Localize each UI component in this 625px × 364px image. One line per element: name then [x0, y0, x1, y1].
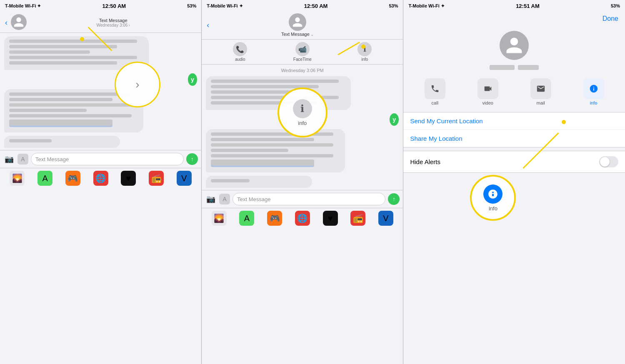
action-video-3[interactable]: video: [478, 78, 498, 105]
battery-2: 53%: [389, 3, 398, 8]
back-button-1[interactable]: ‹: [5, 18, 8, 27]
info-annotation-label-2: info: [298, 120, 307, 126]
date-label-1: Wednesday 3:06 ›: [97, 23, 130, 27]
input-placeholder-2: Text Message: [237, 196, 270, 202]
dock-radio-2[interactable]: 📻: [350, 211, 365, 226]
message-sent-1: y: [4, 73, 197, 86]
text-input-2[interactable]: Text Message: [232, 193, 385, 205]
dock-globe-2[interactable]: 🌐: [295, 211, 310, 226]
info-annotation-label-3: info: [489, 205, 498, 212]
share-location-row[interactable]: Share My Location: [403, 130, 625, 147]
dock-radio-1[interactable]: 📻: [149, 171, 164, 186]
hide-alerts-toggle[interactable]: [599, 156, 618, 167]
nav-center-1: Text Message Wednesday 3:06 ›: [30, 18, 196, 27]
text-message-label-1: Text Message: [99, 18, 128, 23]
annotation-dot-1: [80, 37, 84, 41]
back-button-2[interactable]: ‹: [207, 21, 209, 30]
audio-label: audio: [235, 57, 245, 62]
hide-alerts-row-3: Hide Alerts: [403, 151, 625, 173]
action-mail-3[interactable]: mail: [530, 78, 551, 105]
action-facetime-2[interactable]: 📹 FaceTime: [293, 42, 312, 62]
input-placeholder-1: Text Message: [35, 156, 69, 162]
send-location-row[interactable]: Send My Current Location: [403, 112, 625, 130]
send-button-1[interactable]: ↑: [186, 153, 198, 165]
contact-avatar-3: [500, 31, 529, 60]
action-icons-row-2: 📞 audio 📹 FaceTime ℹ info: [202, 40, 403, 65]
dock-game-1[interactable]: 🎮: [65, 171, 80, 186]
contact-actions-3: call video mail info: [403, 75, 625, 109]
time-2: 12:50 AM: [304, 3, 328, 9]
apps-icon-2[interactable]: A: [219, 194, 230, 204]
carrier-3: T-Mobile Wi-Fi ✦: [408, 3, 445, 9]
nav-center-2: Text Message ⌄: [281, 13, 314, 37]
video-icon-circle-3: [478, 78, 498, 99]
done-button[interactable]: Done: [602, 15, 618, 22]
send-icon-1: ↑: [191, 156, 194, 162]
nav-bar-2: ‹ Text Message ⌄: [202, 12, 403, 40]
dock-globe-1[interactable]: 🌐: [93, 171, 108, 186]
app-dock-2: 🌄 A 🎮 🌐 ♥ 📻 V: [202, 208, 403, 228]
input-bar-1: 📷 A Text Message ↑: [0, 150, 201, 168]
avatar-1: [11, 14, 27, 30]
chevron-right-icon-1: ›: [128, 23, 130, 27]
mail-label-3: mail: [537, 100, 545, 105]
audio-icon-circle: 📞: [233, 42, 247, 56]
dock-venmo-1[interactable]: V: [177, 171, 192, 186]
battery-3: 53%: [611, 3, 620, 8]
annotation-circle-1: ›: [115, 62, 160, 107]
text-input-1[interactable]: Text Message: [31, 153, 184, 165]
action-audio-2[interactable]: 📞 audio: [233, 42, 247, 62]
status-bar-1: T-Mobile Wi-Fi ✦ 12:50 AM 53%: [0, 0, 201, 12]
nav-name-2: Text Message ⌄: [281, 32, 314, 37]
dock-appstore-1[interactable]: A: [38, 171, 52, 186]
message-received-2: [4, 89, 197, 132]
time-3: 12:51 AM: [516, 3, 540, 9]
bottom-partial-2: [206, 176, 399, 188]
contact-header-3: [403, 24, 625, 75]
dock-venmo-2[interactable]: V: [378, 211, 393, 226]
carrier-2: T-Mobile Wi-Fi ✦: [207, 3, 243, 9]
carrier-1: T-Mobile Wi-Fi ✦: [5, 3, 41, 9]
call-icon-circle-3: [425, 78, 445, 99]
action-info-3[interactable]: info: [583, 78, 604, 105]
avatar-2: [289, 13, 306, 31]
screen1: T-Mobile Wi-Fi ✦ 12:50 AM 53% ‹ Text Mes…: [0, 0, 202, 364]
dock-heart-2[interactable]: ♥: [323, 211, 338, 226]
call-label-3: call: [432, 100, 439, 105]
screen3: T-Mobile Wi-Fi ✦ 12:51 AM 53% Done: [403, 0, 625, 364]
info-label-2: info: [361, 57, 368, 62]
screens-wrapper: T-Mobile Wi-Fi ✦ 12:50 AM 53% ‹ Text Mes…: [0, 0, 625, 364]
status-bar-2: T-Mobile Wi-Fi ✦ 12:50 AM 53%: [202, 0, 403, 12]
facetime-label: FaceTime: [293, 57, 312, 62]
first-name-block: [490, 65, 515, 70]
action-call-3[interactable]: call: [425, 78, 445, 105]
annotation-circle-2: ℹ info: [278, 87, 328, 137]
chevron-down-icon-2: ⌄: [310, 32, 314, 37]
hide-alerts-label: Hide Alerts: [410, 158, 440, 165]
msg-timestamp-2: Wednesday 3:06 PM: [202, 65, 403, 75]
status-bar-3: T-Mobile Wi-Fi ✦ 12:51 AM 53%: [403, 0, 625, 12]
mail-icon-circle-3: [530, 78, 551, 99]
input-bar-2: 📷 A Text Message ↑: [202, 190, 403, 208]
info-icon-circle-3: [583, 78, 604, 99]
send-button-2[interactable]: ↑: [388, 193, 400, 205]
done-bar-3: Done: [403, 12, 625, 24]
chevron-annotation-icon: ›: [135, 78, 139, 91]
dock-game-2[interactable]: 🎮: [267, 211, 282, 226]
messages-area-1: y: [0, 33, 201, 150]
dock-photos-2[interactable]: 🌄: [212, 211, 227, 226]
info-label-3: info: [590, 100, 598, 105]
bottom-partial-1: [4, 136, 197, 148]
info-icon-circle: ℹ: [358, 42, 372, 56]
info-annotation-icon-2: ℹ: [293, 99, 312, 118]
dock-heart-1[interactable]: ♥: [121, 171, 136, 186]
apps-icon-1[interactable]: A: [18, 154, 28, 165]
dock-photos-1[interactable]: 🌄: [10, 171, 25, 186]
nav-bar-1: ‹ Text Message Wednesday 3:06 ›: [0, 12, 201, 33]
camera-icon-1[interactable]: 📷: [3, 153, 15, 165]
camera-icon-2[interactable]: 📷: [205, 193, 217, 205]
info-section-3: Send My Current Location Share My Locati…: [403, 112, 625, 147]
dock-appstore-2[interactable]: A: [239, 211, 254, 226]
info-annotation-icon-3: [483, 184, 502, 204]
last-name-block: [518, 65, 539, 70]
